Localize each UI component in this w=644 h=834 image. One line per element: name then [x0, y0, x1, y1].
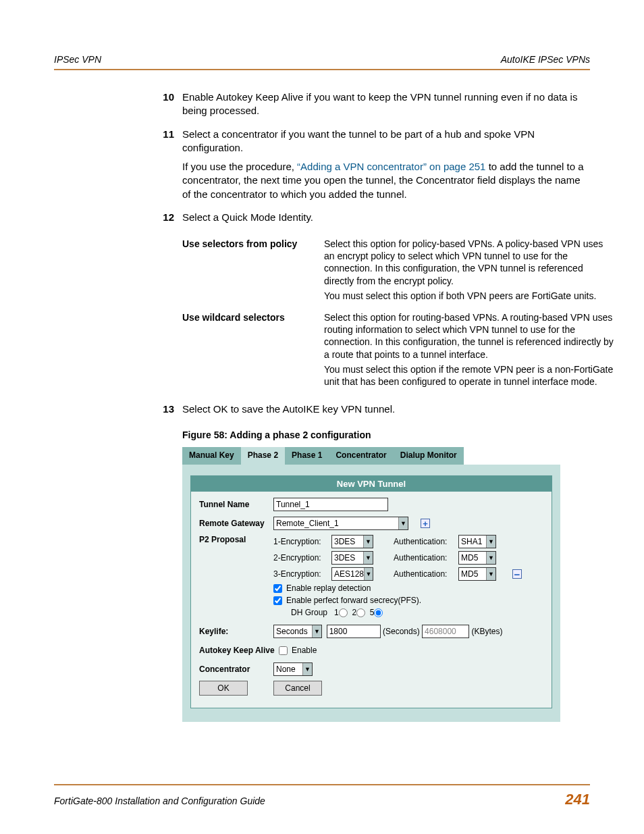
qm-label: Use selectors from policy — [182, 238, 324, 305]
label-enable: Enable — [292, 646, 317, 655]
chevron-down-icon: ▼ — [363, 552, 373, 564]
step-text: Select OK to save the AutoIKE key VPN tu… — [182, 402, 590, 416]
chevron-down-icon: ▼ — [312, 625, 321, 637]
panel-title: New VPN Tunnel — [191, 476, 552, 492]
qm-desc-2: You must select this option if both VPN … — [324, 290, 614, 302]
enc2-value: 3DES — [334, 553, 355, 563]
header-rule — [54, 69, 590, 70]
vpn-config-panel: Manual Key Phase 2 Phase 1 Concentrator … — [182, 447, 560, 722]
step-number: 11 — [159, 128, 182, 207]
cross-reference-link[interactable]: “Adding a VPN concentrator” on page 251 — [297, 161, 485, 172]
qm-desc-1: Select this option for routing-based VPN… — [324, 311, 614, 361]
qm-desc-2: You must select this option if the remot… — [324, 363, 614, 388]
step-text: Select a Quick Mode Identity. — [182, 211, 590, 224]
remote-gateway-value: Remote_Client_1 — [276, 519, 339, 528]
label-remote-gateway: Remote Gateway — [199, 519, 273, 528]
qm-row-selectors: Use selectors from policy Select this op… — [182, 238, 614, 305]
ok-button[interactable]: OK — [199, 681, 248, 696]
auth1-value: SHA1 — [461, 537, 482, 546]
enc3-value: AES128 — [334, 569, 364, 579]
auth3-select[interactable]: MD5▼ — [458, 567, 496, 581]
dh1-radio[interactable] — [339, 608, 348, 617]
enc1-value: 3DES — [334, 537, 355, 546]
label-dh-5: 5 — [370, 608, 375, 617]
keylife-unit-value: Seconds — [276, 627, 308, 636]
label-dh-group: DH Group — [291, 608, 327, 617]
concentrator-select[interactable]: None▼ — [273, 662, 313, 676]
enc1-select[interactable]: 3DES▼ — [331, 535, 373, 548]
step-11: 11 Select a concentrator if you want the… — [159, 128, 590, 207]
content-area: 10 Enable Autokey Keep Alive if you want… — [54, 90, 590, 722]
label-seconds: (Seconds) — [383, 627, 420, 636]
enc3-select[interactable]: AES128▼ — [331, 567, 373, 581]
document-page: IPSec VPN AutoIKE IPSec VPNs 10 Enable A… — [0, 0, 644, 834]
auth2-select[interactable]: MD5▼ — [458, 551, 496, 565]
keylife-unit-select[interactable]: Seconds▼ — [273, 625, 322, 638]
tunnel-name-input[interactable] — [273, 498, 388, 511]
label-concentrator: Concentrator — [199, 664, 273, 674]
tab-phase-2[interactable]: Phase 2 — [241, 447, 285, 465]
tab-dialup-monitor[interactable]: Dialup Monitor — [394, 447, 464, 465]
step-number: 13 — [159, 402, 182, 421]
running-header: IPSec VPN AutoIKE IPSec VPNs — [54, 54, 590, 65]
concentrator-value: None — [276, 664, 296, 674]
text-before-link: If you use the procedure, — [182, 161, 297, 172]
chevron-down-icon: ▼ — [486, 568, 495, 580]
chevron-down-icon: ▼ — [486, 536, 495, 548]
pfs-checkbox[interactable] — [273, 596, 282, 605]
minus-icon[interactable]: − — [512, 569, 522, 579]
replay-detection-checkbox[interactable] — [273, 584, 282, 593]
keylife-kbytes-input — [422, 625, 469, 638]
label-tunnel-name: Tunnel Name — [199, 500, 273, 509]
label-autokey: Autokey Keep Alive — [199, 646, 279, 655]
footer-title: FortiGate-800 Installation and Configura… — [54, 796, 265, 806]
qm-row-wildcard: Use wildcard selectors Select this optio… — [182, 311, 614, 390]
step-13: 13 Select OK to save the AutoIKE key VPN… — [159, 402, 590, 421]
step-number: 10 — [159, 90, 182, 124]
dh5-radio[interactable] — [374, 608, 383, 617]
dh2-radio[interactable] — [356, 608, 365, 617]
footer-rule — [54, 784, 590, 785]
cancel-button[interactable]: Cancel — [273, 681, 322, 696]
keylife-seconds-input[interactable] — [327, 625, 381, 638]
label-p2-proposal: P2 Proposal — [199, 535, 273, 544]
step-text-2: If you use the procedure, “Adding a VPN … — [182, 160, 590, 201]
quick-mode-table: Use selectors from policy Select this op… — [182, 238, 614, 390]
label-keylife: Keylife: — [199, 627, 273, 636]
enc2-select[interactable]: 3DES▼ — [331, 551, 373, 565]
label-dh-1: 1 — [334, 608, 339, 617]
label-replay: Enable replay detection — [286, 583, 371, 593]
inner-panel: New VPN Tunnel Tunnel Name Remote Gatewa… — [190, 475, 552, 708]
qm-label: Use wildcard selectors — [182, 311, 324, 390]
label-enc-3: 3-Encryption: — [273, 569, 331, 579]
qm-desc-1: Select this option for policy-based VPNs… — [324, 238, 614, 287]
label-auth-3: Authentication: — [394, 569, 458, 579]
label-enc-1: 1-Encryption: — [273, 537, 331, 546]
auth3-value: MD5 — [461, 569, 478, 579]
label-kbytes: (KBytes) — [471, 627, 502, 636]
label-auth-1: Authentication: — [394, 537, 458, 546]
page-footer: FortiGate-800 Installation and Configura… — [54, 784, 590, 808]
chevron-down-icon: ▼ — [398, 517, 408, 529]
step-12: 12 Select a Quick Mode Identity. — [159, 211, 590, 230]
chevron-down-icon: ▼ — [486, 552, 495, 564]
figure-caption: Figure 58: Adding a phase 2 configuratio… — [182, 429, 590, 440]
auth2-value: MD5 — [461, 553, 478, 563]
tab-manual-key[interactable]: Manual Key — [182, 447, 241, 465]
label-enc-2: 2-Encryption: — [273, 553, 331, 563]
label-dh-2: 2 — [352, 608, 356, 617]
label-pfs: Enable perfect forward secrecy(PFS). — [286, 596, 421, 605]
remote-gateway-select[interactable]: Remote_Client_1 ▼ — [273, 517, 408, 530]
tab-bar: Manual Key Phase 2 Phase 1 Concentrator … — [182, 447, 560, 465]
header-right: AutoIKE IPSec VPNs — [501, 54, 590, 65]
page-number: 241 — [565, 791, 590, 808]
plus-icon[interactable]: + — [421, 519, 430, 528]
step-10: 10 Enable Autokey Keep Alive if you want… — [159, 90, 590, 124]
auth1-select[interactable]: SHA1▼ — [458, 535, 496, 548]
chevron-down-icon: ▼ — [364, 568, 373, 580]
step-text: Enable Autokey Keep Alive if you want to… — [182, 90, 590, 118]
label-auth-2: Authentication: — [394, 553, 458, 563]
tab-phase-1[interactable]: Phase 1 — [285, 447, 329, 465]
autokey-enable-checkbox[interactable] — [279, 646, 288, 655]
tab-concentrator[interactable]: Concentrator — [329, 447, 393, 465]
